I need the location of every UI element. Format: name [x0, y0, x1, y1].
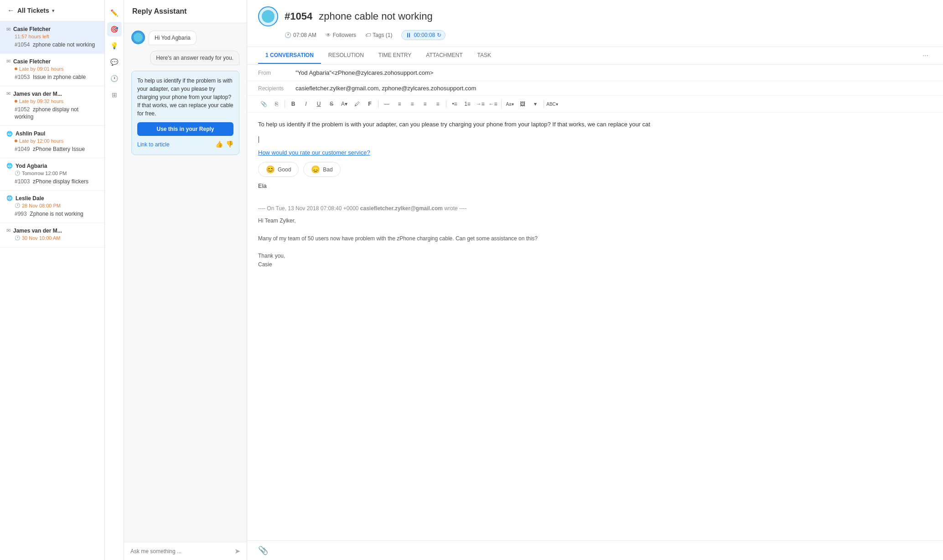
format-attach-btn[interactable]: 📎 [258, 99, 269, 109]
ticket-item-title: #1053 Issue in zphone cable [6, 73, 98, 81]
format-align-center-btn[interactable]: ≡ [407, 99, 418, 109]
assistant-panel: Reply Assistant Hi Yod Agbaria Here's an… [124, 0, 247, 560]
send-button[interactable]: ➤ [234, 547, 240, 555]
reply-footer: 📎 [247, 540, 943, 560]
history-toolbar-btn[interactable]: 🕐 [107, 71, 122, 86]
format-align-justify-btn[interactable]: ≡ [432, 99, 443, 109]
quoted-line-1: Hi Team Zylker, [258, 217, 932, 225]
tag-icon: 🏷 [365, 32, 371, 38]
assistant-greeting-bubble: Hi Yod Agbaria [131, 31, 239, 45]
ticket-list-item[interactable]: 🌐 Ashlin Paul Late by 12:00 hours #1049 … [0, 126, 104, 158]
ticket-item-title: #1054 zphone cable not working [6, 41, 98, 49]
from-value: "Yod Agbaria"<zPhone@zylcares.zohosuppor… [295, 69, 433, 76]
assistant-input[interactable] [130, 548, 231, 555]
tab-resolution[interactable]: RESOLUTION [321, 47, 371, 64]
quoted-wrote: wrote ---- [444, 205, 466, 212]
thumbs-up-btn[interactable]: 👍 [215, 140, 223, 149]
format-toolbar: 📎 ⎘ B I U S A▾ 🖊 F — ≡ ≡ ≡ ≡ •≡ 1≡ →≡ ←≡… [247, 96, 943, 113]
assistant-title: Reply Assistant [124, 0, 247, 23]
dropdown-arrow-icon[interactable]: ▾ [52, 8, 54, 13]
format-more-btn[interactable]: ▾ [530, 99, 541, 109]
bulb-toolbar-btn[interactable]: 💡 [107, 38, 122, 53]
contact-name: Yod Agbaria [16, 163, 47, 169]
globe-icon: 🌐 [6, 195, 13, 201]
ticket-tags-meta[interactable]: 🏷 Tags (1) [365, 32, 392, 38]
format-bold-btn[interactable]: B [288, 99, 299, 109]
good-label: Good [278, 166, 291, 173]
footer-attach-icon[interactable]: 📎 [258, 545, 268, 555]
followers-icon: 👁 [326, 32, 331, 38]
format-align-right-btn[interactable]: ≡ [420, 99, 430, 109]
csat-link[interactable]: How would you rate our customer service? [258, 149, 370, 156]
format-copy-btn[interactable]: ⎘ [271, 99, 282, 109]
timer-pause-icon: ⏸ [405, 31, 412, 39]
ticket-list-item[interactable]: Casie Fletcher 11:57 hours left #1054 zp… [0, 21, 104, 54]
link-article-link[interactable]: Link to article [137, 140, 170, 149]
ticket-list-item[interactable]: 🌐 Leslie Dale 🕐28 Nov 08:00 PM #993 Zpho… [0, 191, 104, 223]
chat-toolbar-btn[interactable]: 💬 [107, 55, 122, 69]
globe-icon: 🌐 [6, 163, 13, 169]
format-align-left-btn[interactable]: ≡ [394, 99, 405, 109]
format-font-btn[interactable]: F [364, 99, 375, 109]
format-spell-btn[interactable]: ABC▾ [547, 99, 558, 109]
edit-toolbar-btn[interactable]: ✏️ [107, 5, 122, 20]
target-toolbar-btn[interactable]: 🎯 [107, 22, 122, 36]
contact-name: James van der M... [13, 228, 62, 234]
recipients-row: Recipients casiefletcher.zylker@gmail.co… [247, 81, 943, 96]
format-ul-btn[interactable]: •≡ [449, 99, 460, 109]
bad-emoji: 😞 [311, 165, 320, 174]
contact-name: Casie Fletcher [13, 58, 51, 65]
quoted-header: ---- On Tue, 13 Nov 2018 07:08:40 +0000 [258, 205, 358, 212]
format-outdent-btn[interactable]: ←≡ [487, 99, 498, 109]
format-indent-btn[interactable]: →≡ [475, 99, 486, 109]
assistant-input-row: ➤ [124, 542, 247, 560]
reply-editor[interactable]: To help us identify if the problem is wi… [247, 113, 943, 540]
quoted-sender: casiefletcher.zylker@gmail.com [360, 205, 443, 212]
tab-conversation[interactable]: 1 CONVERSATION [258, 47, 321, 64]
reply-text-content: To help us identify if the problem is wi… [258, 121, 650, 128]
ticket-list-item[interactable]: James van der M... 🕐30 Nov 10:00 AM [0, 223, 104, 248]
fmt-sep-5 [544, 100, 544, 108]
sidebar-header[interactable]: ← All Tickets ▾ [0, 0, 104, 21]
ticket-item-title: #1052 zphone display not working [6, 106, 98, 121]
ticket-time-label: 11:57 hours left [6, 34, 98, 39]
from-label: From [258, 70, 290, 76]
format-bgcolor-btn[interactable]: A▾ [339, 99, 350, 109]
format-hr-btn[interactable]: — [381, 99, 392, 109]
layers-toolbar-btn[interactable]: ⊞ [107, 88, 122, 102]
ticket-followers-meta[interactable]: 👁 Followers [326, 32, 356, 38]
email-icon [6, 91, 10, 97]
ticket-time-value: 07:08 AM [293, 32, 316, 38]
email-area: From "Yod Agbaria"<zPhone@zylcares.zohos… [247, 65, 943, 560]
format-italic-btn[interactable]: I [301, 99, 311, 109]
back-arrow-icon[interactable]: ← [7, 6, 15, 15]
format-underline-btn[interactable]: U [313, 99, 324, 109]
format-sig-btn[interactable]: Aa▾ [504, 99, 515, 109]
format-color-btn[interactable]: 🖊 [352, 99, 363, 109]
all-tickets-label: All Tickets [17, 7, 49, 14]
tab-time-entry[interactable]: TIME ENTRY [371, 47, 419, 64]
thumbs-down-btn[interactable]: 👎 [226, 140, 233, 149]
format-image-btn[interactable]: 🖼 [517, 99, 528, 109]
csat-bad-btn[interactable]: 😞 Bad [303, 162, 340, 177]
csat-good-btn[interactable]: 😊 Good [258, 162, 299, 177]
ticket-list-item[interactable]: James van der M... Late by 09:32 hours #… [0, 86, 104, 126]
tabs-more-button[interactable]: ··· [919, 47, 932, 64]
timer-badge[interactable]: ⏸ 00:00:08 ↻ [401, 30, 446, 40]
warning-dot [15, 140, 17, 142]
format-strikethrough-btn[interactable]: S [326, 99, 337, 109]
assistant-body: Hi Yod Agbaria Here's an answer ready fo… [124, 23, 247, 542]
suggestion-text: To help us identify if the problem is wi… [137, 78, 233, 117]
ticket-list-item[interactable]: 🌐 Yod Agbaria 🕐Tomorrow 12:00 PM #1003 z… [0, 158, 104, 191]
contact-name: James van der M... [13, 91, 62, 97]
format-ol-btn[interactable]: 1≡ [462, 99, 473, 109]
tab-attachment[interactable]: ATTACHMENT [419, 47, 470, 64]
clock-icon: 🕐 [15, 235, 20, 240]
ticket-id: #1053 [15, 74, 30, 80]
ticket-time-label: 🕐30 Nov 10:00 AM [6, 235, 98, 241]
use-reply-button[interactable]: Use this in your Reply [137, 122, 233, 136]
ticket-list-item[interactable]: Casie Fletcher Late by 09:01 hours #1053… [0, 54, 104, 86]
ticket-id: #1054 [15, 41, 30, 48]
timer-value: 00:00:08 [414, 32, 435, 38]
tab-task[interactable]: TASK [470, 47, 498, 64]
